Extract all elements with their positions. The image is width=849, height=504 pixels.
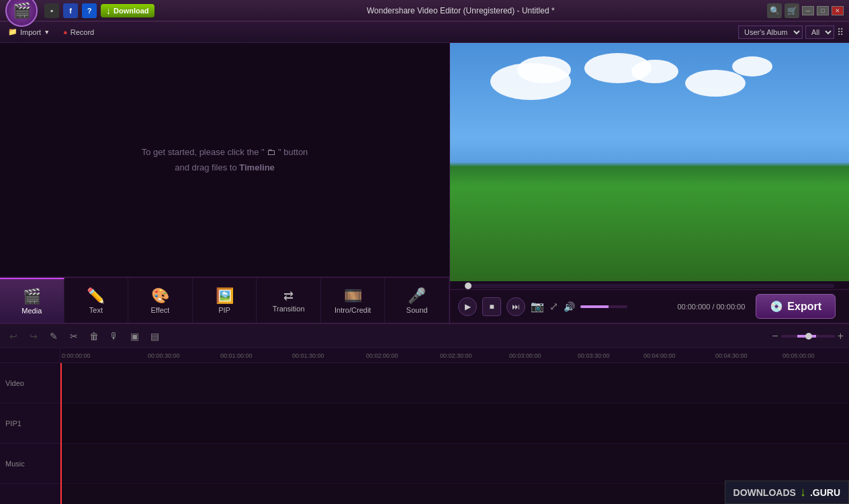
track-label-pip1: PIP1 <box>0 403 60 444</box>
scrubber-container[interactable] <box>450 281 849 289</box>
pip1-track-label: PIP1 <box>5 419 21 427</box>
export-label: Export <box>787 301 821 313</box>
ruler-mark-10: 00:05:00:00 <box>783 352 815 359</box>
pip-tab-icon: 🖼️ <box>216 287 234 305</box>
download-icon: ↓ <box>106 5 111 16</box>
timeline-ruler[interactable]: 0:00:00:00 00:00:30:00 00:01:00:00 00:01… <box>60 348 849 363</box>
import-button[interactable]: 📁 Import ▼ <box>5 26 52 38</box>
pip-tab-label: PIP <box>218 306 230 314</box>
progress-thumb[interactable] <box>465 283 472 289</box>
import-dropdown-icon: ▼ <box>44 29 50 36</box>
zoom-out-icon[interactable]: − <box>772 330 778 342</box>
timeline-content: Video PIP1 Music 0:00:00:00 00:00:30:00 … <box>0 348 849 504</box>
ruler-mark-0: 0:00:00:00 <box>62 352 91 359</box>
transition-tab-icon: ⇄ <box>283 289 294 303</box>
volume-icon[interactable]: 🔊 <box>564 301 575 312</box>
ruler-mark-2: 00:01:00:00 <box>220 352 253 359</box>
search-titlebar-icon[interactable]: 🔍 <box>767 3 782 18</box>
fullscreen-button[interactable]: ⤢ <box>549 300 558 313</box>
preview-area <box>450 43 849 281</box>
store-icon[interactable]: 🛒 <box>785 3 799 18</box>
maximize-button[interactable]: □ <box>817 6 829 15</box>
ruler-mark-5: 00:02:30:00 <box>440 352 472 359</box>
grid-view-icon[interactable]: ⠿ <box>837 27 844 38</box>
tab-text[interactable]: ✏️ Text <box>64 278 129 323</box>
snapshot-button[interactable]: 📷 <box>531 300 544 313</box>
tab-media[interactable]: 🎬 Media <box>0 278 64 323</box>
right-panel: ▶ ■ ⏭ 📷 ⤢ 🔊 00:00:000 / 00:00:00 💿 Expor… <box>450 43 849 323</box>
titlebar-icon-dark[interactable]: ▪ <box>44 3 59 18</box>
zoom-track[interactable] <box>781 335 835 338</box>
undo-button[interactable]: ↩ <box>5 328 21 344</box>
progress-track[interactable] <box>465 284 834 288</box>
redo-button[interactable]: ↪ <box>26 328 42 344</box>
close-button[interactable]: ✕ <box>832 6 844 15</box>
transition-tab-label: Transition <box>273 305 305 313</box>
track-label-video: Video <box>0 363 60 403</box>
tab-transition[interactable]: ⇄ Transition <box>257 278 321 323</box>
dl-guru-text: .GURU <box>810 487 840 498</box>
ruler-mark-3: 00:01:30:00 <box>292 352 324 359</box>
video-track-label: Video <box>5 379 24 387</box>
hint-line2: and drag files to Timeline <box>175 162 275 172</box>
music-track-row <box>60 444 849 484</box>
minimize-button[interactable]: ─ <box>802 6 814 15</box>
tab-pip[interactable]: 🖼️ PIP <box>193 278 257 323</box>
tab-sound[interactable]: 🎤 Sound <box>385 278 449 323</box>
cut-button[interactable]: ✂ <box>66 328 82 344</box>
ruler-mark-1: 00:00:30:00 <box>148 352 180 359</box>
ruler-mark-8: 00:04:00:00 <box>643 352 676 359</box>
filter-select[interactable]: All <box>805 26 834 39</box>
effect-tab-icon: 🎨 <box>151 287 169 305</box>
zoom-thumb[interactable] <box>805 333 812 340</box>
track-labels: Video PIP1 Music <box>0 348 60 504</box>
hint-line1: To get started, please click the " 🗀 " b… <box>142 147 308 157</box>
export-button[interactable]: 💿 Export <box>756 294 836 319</box>
ruler-mark-4: 00:02:00:00 <box>366 352 398 359</box>
music-track-label: Music <box>5 460 25 468</box>
record-icon: ● <box>63 28 68 36</box>
zoom-controls: − + <box>772 330 844 342</box>
zoom-in-icon[interactable]: + <box>838 330 844 342</box>
play-button[interactable]: ▶ <box>458 297 477 316</box>
download-button[interactable]: ↓ Download <box>101 4 154 17</box>
folder-hint-icon: 🗀 <box>267 144 275 160</box>
preview-video-frame <box>450 43 849 281</box>
import-label: Import <box>20 28 41 36</box>
volume-slider[interactable] <box>580 305 627 308</box>
titlebar: 🎬 ▪ f ? ↓ Download Wondershare Video Edi… <box>0 0 849 21</box>
timeline-word: Timeline <box>239 162 275 172</box>
next-frame-button[interactable]: ⏭ <box>506 297 525 316</box>
titlebar-left: 🎬 ▪ f ? ↓ Download <box>5 0 154 27</box>
download-label: Download <box>114 7 149 15</box>
record-button[interactable]: ● Record <box>60 27 97 38</box>
effect-tab-label: Effect <box>150 306 169 314</box>
media-drop-area: To get started, please click the " 🗀 " b… <box>0 43 449 277</box>
titlebar-icon-help[interactable]: ? <box>82 3 97 18</box>
ungroup-button[interactable]: ▤ <box>146 328 163 344</box>
group-button[interactable]: ▣ <box>126 328 142 344</box>
cloud5 <box>685 70 746 97</box>
tab-intro[interactable]: 🎞️ Intro/Credit <box>321 278 386 323</box>
folder-icon: 📁 <box>8 28 17 36</box>
intro-tab-icon: 🎞️ <box>344 287 362 305</box>
tab-bar: 🎬 Media ✏️ Text 🎨 Effect 🖼️ PIP ⇄ T <box>0 277 449 323</box>
cloud6 <box>732 56 772 77</box>
sound-tab-label: Sound <box>406 306 428 314</box>
delete-button[interactable]: 🗑 <box>86 328 102 344</box>
window-controls: 🔍 🛒 ─ □ ✕ <box>767 3 844 18</box>
media-tab-label: Media <box>21 307 42 315</box>
record-voice-button[interactable]: 🎙 <box>106 328 122 344</box>
tab-effect[interactable]: 🎨 Effect <box>128 278 193 323</box>
edit-button[interactable]: ✎ <box>46 328 62 344</box>
timeline-toolbar: ↩ ↪ ✎ ✂ 🗑 🎙 ▣ ▤ − + <box>0 324 849 348</box>
stop-button[interactable]: ■ <box>482 297 501 316</box>
album-select[interactable]: User's Album <box>738 26 803 39</box>
ruler-mark-7: 00:03:30:00 <box>578 352 610 359</box>
export-icon: 💿 <box>770 300 783 313</box>
album-filter-group: User's Album All ⠿ <box>738 26 844 39</box>
titlebar-icon-fb[interactable]: f <box>63 3 78 18</box>
app-logo: 🎬 <box>5 0 38 27</box>
cloud2 <box>517 56 571 83</box>
sound-tab-icon: 🎤 <box>408 287 426 305</box>
